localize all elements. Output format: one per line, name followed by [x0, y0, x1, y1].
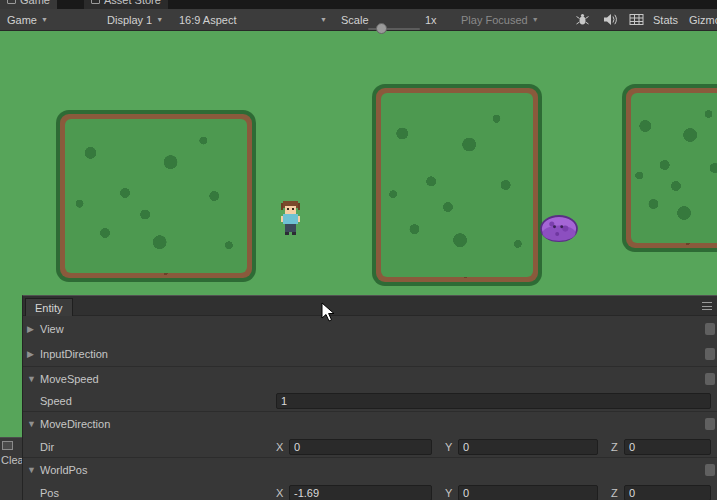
- stats-button[interactable]: Stats: [648, 9, 683, 30]
- dir-z-field[interactable]: [624, 439, 711, 455]
- stats-label: Stats: [653, 14, 678, 26]
- x-axis-label: X: [276, 441, 284, 453]
- fenced-area-left: [56, 110, 256, 282]
- foldout-move-speed[interactable]: ▼ MoveSpeed: [23, 366, 717, 390]
- z-axis-label: Z: [611, 441, 619, 453]
- console-clear-button[interactable]: Clear: [1, 454, 22, 466]
- pen-grass: [631, 93, 717, 243]
- foldout-world-pos-label: WorldPos: [40, 464, 87, 476]
- foldout-world-pos[interactable]: ▼ WorldPos: [23, 457, 717, 482]
- bug-icon: [575, 13, 590, 26]
- tab-game-label: Game: [20, 0, 50, 6]
- foldout-move-direction-label: MoveDirection: [40, 418, 110, 430]
- pos-label: Pos: [40, 487, 276, 499]
- audio-button[interactable]: [598, 9, 623, 30]
- z-axis-label: Z: [611, 487, 619, 499]
- player-sprite: [277, 198, 304, 238]
- foldout-view[interactable]: ▶ View: [23, 316, 717, 341]
- x-axis-label: X: [276, 487, 284, 499]
- dir-row: Dir X Y Z: [23, 436, 717, 457]
- scale-value: 1x: [420, 9, 442, 30]
- pos-z-field[interactable]: [624, 485, 711, 500]
- scale-label: Scale: [336, 9, 374, 30]
- console-window-fragment: Clear: [0, 437, 22, 500]
- game-tab-icon: [7, 0, 16, 4]
- editor-tabstrip: Game Asset Store: [0, 0, 717, 9]
- tab-asset-store[interactable]: Asset Store: [84, 0, 168, 9]
- row-handle[interactable]: [705, 348, 715, 360]
- foldout-move-direction[interactable]: ▼ MoveDirection: [23, 411, 717, 436]
- foldout-input-direction-label: InputDirection: [40, 348, 108, 360]
- chevron-down-icon: ▼: [41, 16, 48, 23]
- speaker-icon: [603, 13, 618, 26]
- row-handle[interactable]: [705, 323, 715, 335]
- mouse-cursor: [321, 302, 335, 322]
- row-handle[interactable]: [705, 418, 715, 430]
- fence-border: [626, 88, 717, 248]
- chevron-down-icon: ▼: [320, 16, 327, 23]
- y-axis-label: Y: [445, 441, 453, 453]
- aspect-popup[interactable]: 16:9 Aspect ▼: [174, 9, 332, 30]
- scale-slider-handle[interactable]: [376, 23, 387, 34]
- chevron-down-icon: ▼: [156, 16, 163, 23]
- panel-menu-icon[interactable]: [702, 302, 712, 310]
- fenced-area-right: [622, 84, 717, 252]
- display-popup[interactable]: Display 1 ▼: [102, 9, 168, 30]
- speed-label: Speed: [40, 395, 276, 407]
- entity-tab[interactable]: Entity: [25, 298, 73, 316]
- pen-grass: [381, 93, 533, 277]
- pos-y-field[interactable]: [458, 485, 598, 500]
- tab-game[interactable]: Game: [0, 0, 57, 9]
- chevron-down-icon: ▼: [27, 465, 40, 475]
- console-tab-icon: [2, 441, 13, 450]
- entity-tab-label: Entity: [35, 302, 63, 314]
- asset-store-tab-icon: [91, 0, 100, 4]
- row-handle[interactable]: [705, 464, 715, 476]
- vsync-button[interactable]: [624, 9, 649, 30]
- pos-row: Pos X Y Z: [23, 482, 717, 500]
- y-axis-label: Y: [445, 487, 453, 499]
- fence-border: [376, 88, 538, 282]
- grid-icon: [629, 13, 644, 26]
- fenced-area-middle: [372, 84, 542, 286]
- game-popup[interactable]: Game ▼: [2, 9, 53, 30]
- speed-field[interactable]: [276, 393, 711, 409]
- speed-row: Speed: [23, 390, 717, 411]
- game-view-toolbar: Game ▼ Display 1 ▼ 16:9 Aspect ▼ Scale 1…: [0, 9, 717, 31]
- foldout-view-label: View: [40, 323, 64, 335]
- row-handle[interactable]: [705, 373, 715, 385]
- chevron-down-icon: ▼: [27, 419, 40, 429]
- slime-sprite: [537, 207, 581, 243]
- entity-panel: Entity ▶ View ▶ InputDirection ▼ MoveSpe…: [22, 295, 717, 500]
- foldout-move-speed-label: MoveSpeed: [40, 373, 99, 385]
- tab-asset-store-label: Asset Store: [104, 0, 161, 6]
- dir-label: Dir: [40, 441, 276, 453]
- play-focused-label: Play Focused: [461, 14, 528, 26]
- gizmos-button[interactable]: Gizmos ▼: [684, 9, 717, 30]
- display-popup-label: Display 1: [107, 14, 152, 26]
- dir-x-field[interactable]: [289, 439, 432, 455]
- pen-grass: [65, 119, 247, 273]
- chevron-right-icon: ▶: [27, 349, 40, 359]
- game-popup-label: Game: [7, 14, 37, 26]
- pos-x-field[interactable]: [289, 485, 432, 500]
- foldout-input-direction[interactable]: ▶ InputDirection: [23, 341, 717, 366]
- aspect-popup-label: 16:9 Aspect: [179, 14, 237, 26]
- entity-panel-tabbar: Entity: [23, 296, 717, 316]
- play-focused-popup[interactable]: Play Focused ▼: [456, 9, 544, 30]
- dir-y-field[interactable]: [458, 439, 598, 455]
- chevron-right-icon: ▶: [27, 324, 40, 334]
- gizmos-label: Gizmos: [689, 14, 717, 26]
- bug-button[interactable]: [570, 9, 595, 30]
- fence-border: [60, 114, 252, 278]
- chevron-down-icon: ▼: [27, 374, 40, 384]
- chevron-down-icon: ▼: [532, 16, 539, 23]
